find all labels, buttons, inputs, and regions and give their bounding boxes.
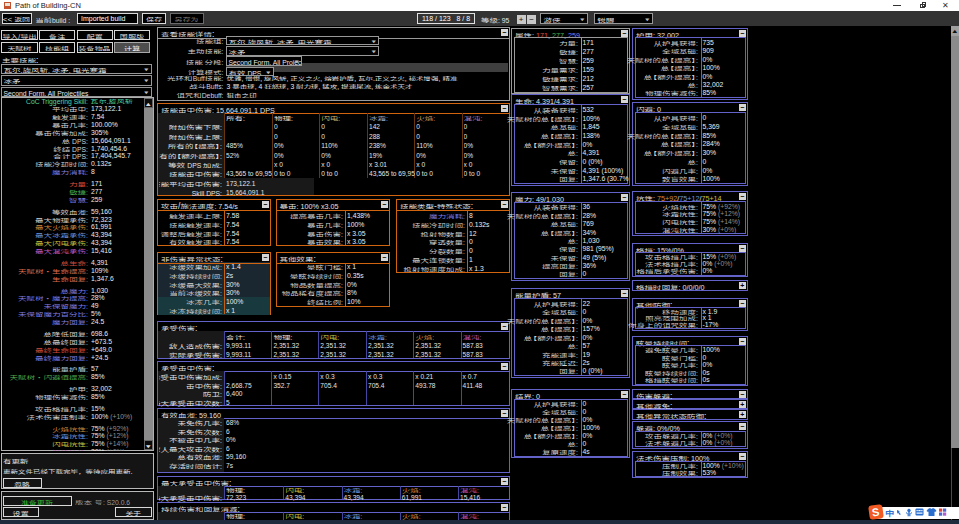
svg-text:中: 中 <box>885 507 895 518</box>
